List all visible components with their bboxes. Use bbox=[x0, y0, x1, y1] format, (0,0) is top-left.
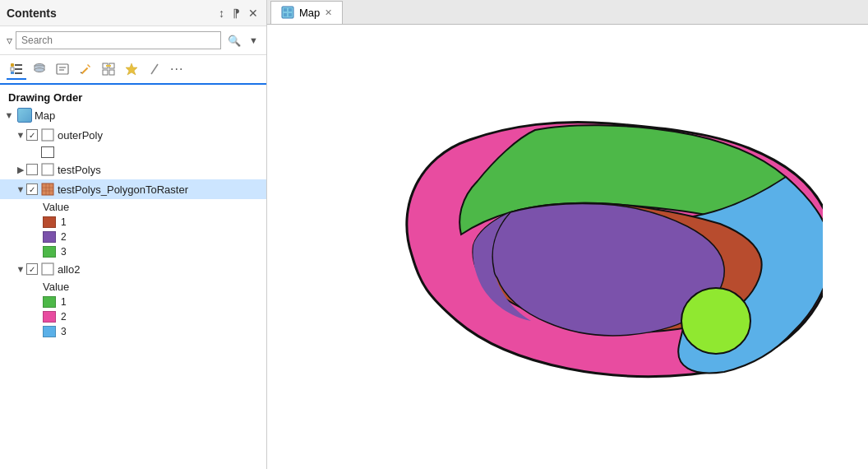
legend-raster-2: 2 bbox=[0, 230, 266, 244]
list-icon bbox=[9, 61, 24, 76]
svg-rect-33 bbox=[284, 13, 287, 16]
svg-marker-20 bbox=[126, 63, 137, 75]
svg-rect-5 bbox=[15, 72, 22, 74]
left-panel: Contents ↕ ⁋ ✕ ▿ 🔍 ▼ bbox=[0, 0, 267, 469]
svg-rect-31 bbox=[284, 8, 287, 12]
grid-button[interactable] bbox=[99, 59, 118, 79]
pen-icon bbox=[147, 62, 162, 77]
close-panel-icon[interactable]: ✕ bbox=[247, 5, 260, 21]
raster-icon bbox=[40, 182, 55, 197]
allo2-icon bbox=[39, 261, 56, 277]
svg-rect-4 bbox=[11, 72, 14, 74]
tab-map-icon bbox=[281, 6, 294, 19]
tree-item-raster[interactable]: ▼ ✓ testPolys_PolygonToRaster bbox=[0, 179, 266, 199]
svg-rect-22 bbox=[42, 129, 53, 141]
svg-rect-2 bbox=[11, 67, 14, 71]
svg-rect-19 bbox=[106, 65, 111, 67]
svg-rect-9 bbox=[57, 64, 68, 74]
svg-rect-34 bbox=[289, 13, 292, 16]
swatch-raster-1 bbox=[43, 216, 56, 228]
svg-line-21 bbox=[151, 64, 158, 74]
allo2-layer-icon bbox=[40, 262, 55, 276]
svg-rect-12 bbox=[81, 67, 88, 74]
star-icon bbox=[124, 62, 139, 77]
checkbox-outerpoly[interactable]: ✓ bbox=[26, 129, 38, 141]
list-view-button[interactable] bbox=[7, 58, 26, 80]
edit-icon bbox=[78, 62, 93, 77]
lime-patch bbox=[681, 288, 750, 354]
more-button[interactable]: ··· bbox=[168, 59, 186, 79]
expand-allo2[interactable]: ▼ bbox=[15, 264, 26, 274]
tree-item-outerpoly[interactable]: ▼ ✓ outerPoly bbox=[0, 125, 266, 145]
legend-allo2-label-2: 2 bbox=[61, 311, 67, 323]
checkbox-allo2[interactable]: ✓ bbox=[26, 263, 38, 275]
polygon2-icon bbox=[40, 162, 55, 177]
legend-allo2-2: 2 bbox=[0, 309, 266, 324]
tab-bar: Map ✕ bbox=[267, 0, 868, 25]
panel-title: Contents bbox=[7, 7, 57, 20]
raster-label: testPolys_PolygonToRaster bbox=[58, 183, 188, 196]
pen-button[interactable] bbox=[145, 59, 164, 79]
swatch-raster-2 bbox=[43, 231, 56, 243]
map-icon bbox=[16, 107, 33, 123]
checkbox-testpolys[interactable] bbox=[26, 164, 38, 175]
search-button[interactable]: 🔍 bbox=[224, 33, 244, 49]
map-layer-icon bbox=[17, 108, 32, 123]
pin-icon[interactable]: ↕ bbox=[217, 5, 226, 21]
expand-raster[interactable]: ▼ bbox=[15, 184, 26, 194]
filter-view-button[interactable] bbox=[53, 59, 72, 79]
tree-item-testpolys[interactable]: ▶ testPolys bbox=[0, 160, 266, 179]
search-input[interactable] bbox=[16, 31, 221, 49]
outerpoly-icon bbox=[39, 127, 56, 143]
svg-rect-0 bbox=[11, 63, 14, 67]
database-view-button[interactable] bbox=[30, 59, 49, 79]
allo2-value-section: Value bbox=[0, 279, 266, 295]
tree-item-map[interactable]: ▼ Map bbox=[0, 105, 266, 125]
legend-allo2-label-1: 1 bbox=[61, 296, 67, 308]
tab-map[interactable]: Map ✕ bbox=[270, 1, 343, 24]
swatch-allo2-2 bbox=[43, 311, 56, 323]
more-icon: ··· bbox=[170, 62, 183, 77]
swatch-allo2-3 bbox=[43, 326, 56, 337]
filter-icon: ▿ bbox=[7, 34, 12, 47]
svg-rect-23 bbox=[42, 164, 53, 175]
contents-area: Drawing Order ▼ Map ▼ ✓ outerPoly bbox=[0, 85, 266, 469]
drawing-order-label: Drawing Order bbox=[0, 88, 266, 105]
tree-item-outerpoly-symbol bbox=[0, 145, 266, 160]
tab-close-button[interactable]: ✕ bbox=[325, 7, 332, 18]
svg-rect-1 bbox=[15, 64, 22, 66]
legend-raster-1: 1 bbox=[0, 215, 266, 230]
dock-icon[interactable]: ⁋ bbox=[231, 5, 242, 21]
expand-map[interactable]: ▼ bbox=[3, 110, 15, 120]
star-button[interactable] bbox=[122, 59, 141, 79]
search-dropdown-button[interactable]: ▼ bbox=[247, 34, 260, 47]
app-container: Contents ↕ ⁋ ✕ ▿ 🔍 ▼ bbox=[0, 0, 868, 469]
right-panel: Map ✕ bbox=[267, 0, 868, 469]
swatch-allo2-1 bbox=[43, 296, 56, 308]
expand-testpolys[interactable]: ▶ bbox=[15, 165, 26, 175]
panel-header-icons: ↕ ⁋ ✕ bbox=[217, 5, 260, 21]
svg-rect-18 bbox=[109, 70, 114, 75]
testpolys-icon bbox=[39, 161, 56, 178]
legend-raster-label-3: 3 bbox=[61, 246, 67, 258]
checkbox-raster[interactable]: ✓ bbox=[26, 183, 38, 195]
map-label: Map bbox=[35, 109, 55, 122]
polygon-icon bbox=[40, 128, 55, 142]
testpolys-label: testPolys bbox=[58, 164, 101, 176]
legend-allo2-1: 1 bbox=[0, 295, 266, 309]
raster-value-section: Value bbox=[0, 199, 266, 215]
grid-icon bbox=[101, 62, 116, 77]
tree-item-allo2[interactable]: ▼ ✓ allo2 bbox=[0, 259, 266, 279]
outerpoly-symbol bbox=[41, 146, 54, 158]
svg-rect-24 bbox=[42, 183, 53, 195]
database-icon bbox=[32, 62, 47, 77]
edit-button[interactable] bbox=[76, 59, 95, 79]
outerpoly-label: outerPoly bbox=[58, 129, 103, 142]
expand-outerpoly[interactable]: ▼ bbox=[15, 130, 26, 140]
svg-rect-32 bbox=[289, 8, 292, 12]
map-visualization bbox=[313, 58, 823, 436]
allo2-label: allo2 bbox=[58, 263, 80, 276]
legend-allo2-label-3: 3 bbox=[61, 326, 67, 337]
map-canvas bbox=[267, 25, 868, 469]
raster-layer-icon bbox=[39, 181, 56, 197]
